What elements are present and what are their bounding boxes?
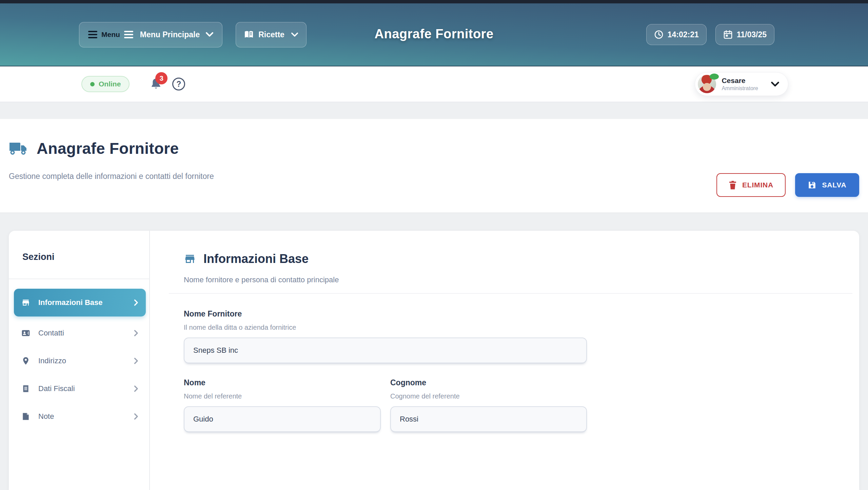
sections-nav: Informazioni Base Contatti Indirizzo [9, 279, 149, 428]
hamburger-icon-white [124, 31, 133, 38]
sidebar-item-label: Informazioni Base [38, 298, 102, 307]
sidebar-item-note[interactable]: Note [14, 405, 146, 428]
menu-principale-label: Menu Principale [140, 30, 200, 39]
calendar-icon [723, 30, 733, 39]
chevron-right-icon [134, 358, 138, 364]
content-card: Sezioni Informazioni Base Contatti [9, 231, 859, 490]
main-menu-button[interactable]: Menu Menu Principale [79, 22, 222, 47]
header-right-group: 14:02:21 11/03/25 [646, 24, 774, 45]
delete-label: ELIMINA [742, 181, 773, 189]
date-display[interactable]: 11/03/25 [715, 24, 774, 45]
chevron-right-icon [134, 299, 138, 306]
page-title: Anagrafe Fornitore [37, 139, 179, 158]
page-actions: ELIMINA SALVA [716, 173, 859, 197]
chevron-down-icon [206, 32, 213, 37]
truck-icon [9, 141, 27, 156]
chevron-right-icon [134, 413, 138, 420]
help-button[interactable]: ? [172, 78, 185, 90]
app-title: Anagrafe Fornitore [374, 27, 493, 41]
page-header: Anagrafe Fornitore Gestione completa del… [0, 119, 868, 213]
contacts-icon [21, 329, 30, 338]
hamburger-icon [88, 31, 97, 38]
chevron-right-icon [134, 385, 138, 392]
app-root: Menu Menu Principale Ricette Anagrafe Fo… [0, 0, 868, 380]
sidebar-item-indirizzo[interactable]: Indirizzo [14, 350, 146, 372]
time-display[interactable]: 14:02:21 [646, 24, 707, 45]
user-texts: Cesare Amministratore [722, 76, 758, 92]
sidebar-header: Sezioni [9, 231, 149, 279]
last-name-label: Cognome [390, 378, 587, 387]
supplier-name-group: Nome Fornitore Il nome della ditta o azi… [184, 309, 587, 363]
spacer [0, 102, 868, 119]
online-dot-icon [90, 82, 95, 86]
first-name-hint: Nome del referente [184, 392, 381, 400]
supplier-name-input[interactable] [184, 338, 587, 363]
sidebar-item-contatti[interactable]: Contatti [14, 322, 146, 344]
receipt-icon [21, 384, 30, 393]
store-icon [21, 298, 30, 307]
trash-icon [729, 180, 737, 190]
online-status-badge: Online [81, 76, 130, 92]
delete-button[interactable]: ELIMINA [716, 173, 786, 197]
first-name-input[interactable] [184, 406, 381, 432]
supplier-name-hint: Il nome della ditta o azienda fornitrice [184, 324, 587, 331]
chevron-right-icon [134, 330, 138, 336]
note-icon [21, 412, 30, 421]
last-name-group: Cognome Cognome del referente [390, 378, 587, 432]
sidebar-item-label: Dati Fiscali [38, 384, 75, 393]
chevron-down-icon [771, 82, 779, 87]
map-pin-icon [21, 356, 30, 365]
save-button[interactable]: SALVA [795, 173, 859, 197]
supplier-name-label: Nome Fornitore [184, 309, 587, 319]
avatar [698, 75, 716, 93]
store-icon [184, 253, 196, 265]
first-name-label: Nome [184, 378, 381, 387]
user-role: Amministratore [722, 85, 758, 92]
sidebar-item-label: Contatti [38, 329, 64, 338]
menu-label: Menu [101, 30, 120, 39]
section-subtitle: Nome fornitore e persona di contatto pri… [184, 275, 852, 284]
divider [169, 293, 852, 294]
sidebar-heading: Sezioni [22, 252, 149, 262]
user-name: Cesare [722, 76, 758, 85]
clock-icon [654, 30, 664, 39]
section-title: Informazioni Base [203, 252, 309, 266]
top-dark-strip [0, 0, 868, 3]
chevron-down-icon [291, 33, 298, 37]
notification-count-badge: 3 [155, 72, 167, 84]
ricette-label: Ricette [258, 30, 284, 39]
sidebar-item-label: Indirizzo [38, 356, 66, 365]
sidebar-item-informazioni-base[interactable]: Informazioni Base [14, 289, 146, 317]
basic-info-form: Nome Fornitore Il nome della ditta o azi… [184, 309, 587, 432]
user-menu[interactable]: Cesare Amministratore [695, 72, 788, 96]
ricette-dropdown-button[interactable]: Ricette [236, 22, 307, 47]
book-icon [244, 30, 254, 39]
sidebar-item-dati-fiscali[interactable]: Dati Fiscali [14, 377, 146, 400]
notifications-button[interactable]: 3 [150, 78, 162, 90]
save-icon [808, 181, 816, 189]
top-header: Menu Menu Principale Ricette Anagrafe Fo… [0, 3, 868, 66]
last-name-hint: Cognome del referente [390, 392, 587, 400]
first-name-group: Nome Nome del referente [184, 378, 381, 432]
save-label: SALVA [822, 181, 846, 189]
date-value: 11/03/25 [737, 30, 767, 39]
question-mark-icon: ? [176, 80, 181, 89]
status-bar: Online 3 ? Cesare Amministratore [0, 66, 868, 102]
online-label: Online [99, 80, 121, 88]
last-name-input[interactable] [390, 406, 587, 432]
section-panel: Informazioni Base Nome fornitore e perso… [150, 231, 859, 490]
sidebar-item-label: Note [38, 412, 54, 421]
avatar-online-dot [710, 74, 719, 80]
content-background: Sezioni Informazioni Base Contatti [0, 213, 868, 380]
time-value: 14:02:21 [668, 30, 699, 39]
sections-sidebar: Sezioni Informazioni Base Contatti [9, 231, 150, 490]
